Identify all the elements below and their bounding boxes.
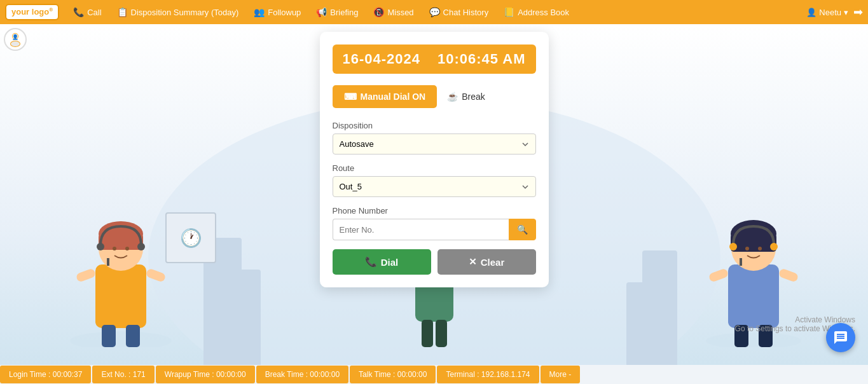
status-break-time: Break Time : 00:00:00 <box>256 366 348 383</box>
svg-point-5 <box>70 331 172 347</box>
dial-button[interactable]: 📞 Dial <box>333 249 431 275</box>
nav-item-call[interactable]: 📞 Call <box>67 4 107 20</box>
svg-point-27 <box>745 247 749 250</box>
briefing-icon: 📢 <box>316 7 327 17</box>
status-bar: Login Time : 00:00:37 Ext No. : 171 Wrap… <box>0 365 868 384</box>
svg-point-14 <box>125 247 129 250</box>
status-wrapup-time: Wrapup Time : 00:00:00 <box>156 366 255 383</box>
phone-label: Phone Number <box>333 206 536 216</box>
missed-icon: 📵 <box>373 7 384 17</box>
svg-rect-17 <box>102 325 116 347</box>
nav-item-followup[interactable]: 👥 Followup <box>247 4 307 20</box>
chat-history-icon: 💬 <box>429 7 440 17</box>
nav-item-chat-history[interactable]: 💬 Chat History <box>423 4 495 20</box>
svg-point-3 <box>11 41 20 46</box>
status-terminal: Terminal : 192.168.1.174 <box>437 366 539 383</box>
nav-item-address-book[interactable]: 📒 Address Book <box>497 4 575 20</box>
svg-rect-23 <box>731 234 776 252</box>
nav-item-disposition-summary[interactable]: 📋 Disposition Summary (Today) <box>111 4 245 20</box>
building-2 <box>235 270 261 365</box>
break-icon: ☕ <box>447 92 458 102</box>
svg-rect-12 <box>107 258 109 266</box>
phone-input[interactable] <box>333 219 509 240</box>
clear-icon: ✕ <box>469 256 477 268</box>
chat-icon <box>833 330 848 345</box>
date-display: 16-04-2024 <box>343 51 421 67</box>
disposition-select[interactable]: Autosave Callback DNC No Answer <box>333 134 536 154</box>
route-select[interactable]: Out_5 Out_1 Out_2 Out_3 <box>333 176 536 197</box>
user-icon: 👤 <box>806 8 816 17</box>
agent-left-illustration <box>25 144 216 347</box>
status-ext-no: Ext No. : 171 <box>92 366 154 383</box>
logo: your logo® <box>5 4 59 20</box>
address-book-icon: 📒 <box>504 7 514 17</box>
route-group: Route Out_5 Out_1 Out_2 Out_3 <box>333 163 536 197</box>
call-icon: 📞 <box>73 7 84 17</box>
route-label: Route <box>333 163 536 173</box>
dial-icon: 📞 <box>365 256 377 268</box>
logout-button[interactable]: ➡ <box>853 5 863 19</box>
phone-input-row: 🔍 <box>333 219 536 240</box>
svg-point-25 <box>770 243 778 250</box>
svg-point-10 <box>97 243 104 250</box>
main-card: 16-04-2024 10:06:45 AM ⌨ Manual Dial ON … <box>320 32 549 287</box>
status-more-button[interactable]: More - <box>541 366 581 383</box>
svg-point-28 <box>758 247 762 250</box>
disposition-icon: 📋 <box>117 7 128 17</box>
chevron-down-icon: ▾ <box>844 8 848 17</box>
nav-user[interactable]: 👤 Neetu ▾ <box>806 8 848 17</box>
followup-icon: 👥 <box>254 7 265 17</box>
svg-rect-30 <box>778 268 799 282</box>
svg-point-11 <box>137 243 145 250</box>
svg-rect-29 <box>708 268 729 282</box>
time-display: 10:06:45 AM <box>437 51 526 67</box>
svg-rect-18 <box>126 325 140 347</box>
svg-point-13 <box>113 247 116 250</box>
nav-right: 👤 Neetu ▾ ➡ <box>806 5 863 19</box>
svg-rect-41 <box>422 320 433 347</box>
building-4 <box>626 282 649 365</box>
action-btn-row: ⌨ Manual Dial ON ☕ Break <box>333 85 536 108</box>
svg-rect-26 <box>740 258 742 266</box>
manual-dial-icon: ⌨ <box>344 92 357 102</box>
status-talk-time: Talk Time : 00:00:00 <box>350 366 436 383</box>
manual-dial-button[interactable]: ⌨ Manual Dial ON <box>333 85 437 108</box>
clear-button[interactable]: ✕ Clear <box>437 249 536 275</box>
svg-point-24 <box>729 243 737 250</box>
status-login-time: Login Time : 00:00:37 <box>0 366 91 383</box>
disposition-group: Disposition Autosave Callback DNC No Ans… <box>333 121 536 154</box>
disposition-label: Disposition <box>333 121 536 130</box>
avatar: 👤 <box>4 28 27 51</box>
svg-rect-6 <box>95 264 146 328</box>
chat-fab-button[interactable] <box>826 323 855 352</box>
navbar: your logo® 📞 Call 📋 Disposition Summary … <box>0 0 868 24</box>
break-button[interactable]: ☕ Break <box>447 92 485 102</box>
svg-point-19 <box>706 333 801 347</box>
svg-rect-42 <box>436 320 447 347</box>
phone-group: Phone Number 🔍 <box>333 206 536 240</box>
nav-item-missed[interactable]: 📵 Missed <box>367 4 420 20</box>
svg-rect-16 <box>146 268 167 282</box>
svg-rect-9 <box>99 234 143 250</box>
svg-text:👤: 👤 <box>12 34 18 40</box>
phone-search-button[interactable]: 🔍 <box>509 219 536 240</box>
dial-clear-row: 📞 Dial ✕ Clear <box>333 249 536 275</box>
svg-rect-15 <box>76 268 97 282</box>
datetime-bar: 16-04-2024 10:06:45 AM <box>333 45 536 74</box>
search-icon: 🔍 <box>517 224 528 235</box>
nav-item-briefing[interactable]: 📢 Briefing <box>310 4 364 20</box>
